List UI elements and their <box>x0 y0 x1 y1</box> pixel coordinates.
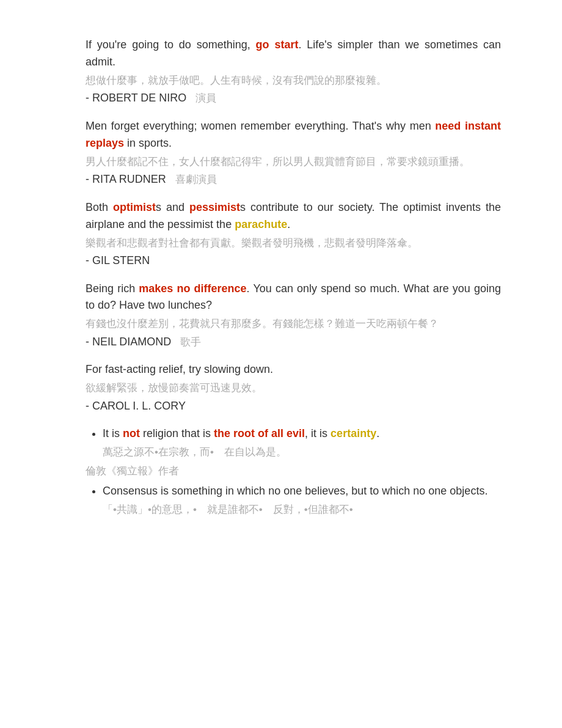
author-robert-de-niro: - ROBERT DE NIRO 演員 <box>86 90 501 107</box>
author-neil-diamond: - NEIL DIAMOND 歌手 <box>86 334 501 351</box>
author-certainty-chinese: 倫敦《獨立報》作者 <box>86 464 501 478</box>
quote-rita-rudner: Men forget everything; women remember ev… <box>86 118 501 188</box>
quote-neil-diamond-english: Being rich makes no difference. You can … <box>86 281 501 315</box>
highlight-makes-no-difference: makes no difference <box>139 282 246 295</box>
highlight-parachute: parachute <box>235 218 287 230</box>
main-content: If you're going to do something, go star… <box>86 37 501 518</box>
quote-carol-cory-chinese: 欲緩解緊張，放慢節奏當可迅速見效。 <box>86 380 501 396</box>
quote-gil-stern-english: Both optimists and pessimists contribute… <box>86 199 501 233</box>
bullet-certainty-chinese: 萬惡之源不•在宗教，而• 在自以為是。 <box>103 444 501 460</box>
highlight-not: not <box>123 427 140 439</box>
author-carol-cory: - CAROL I. L. CORY <box>86 398 501 415</box>
quote-rita-rudner-chinese: 男人什麼都記不住，女人什麼都記得牢，所以男人觀賞體育節目，常要求鏡頭重播。 <box>86 153 501 170</box>
highlight-need-instant-replays: need instant replays <box>86 120 501 149</box>
quote-neil-diamond: Being rich makes no difference. You can … <box>86 281 501 351</box>
highlight-go-start: go start <box>256 39 299 51</box>
quote-gil-stern-chinese: 樂觀者和悲觀者對社會都有貢獻。樂觀者發明飛機，悲觀者發明降落傘。 <box>86 235 501 251</box>
author-gil-stern: - GIL STERN <box>86 252 501 270</box>
quote-carol-cory: For fast-acting relief, try slowing down… <box>86 361 501 414</box>
bullet-certainty: It is not religion that is the root of a… <box>103 425 501 460</box>
quote-gil-stern: Both optimists and pessimists contribute… <box>86 199 501 270</box>
quote-robert-de-niro: If you're going to do something, go star… <box>86 37 501 107</box>
quote-neil-diamond-chinese: 有錢也沒什麼差別，花費就只有那麼多。有錢能怎樣？難道一天吃兩頓午餐？ <box>86 315 501 332</box>
highlight-root-of-all-evil: the root of all evil <box>214 427 305 439</box>
author-rita-rudner-chinese: 喜劇演員 <box>175 174 217 185</box>
bullet-list-2: Consensus is something in which no one b… <box>86 483 501 518</box>
author-robert-de-niro-chinese: 演員 <box>195 92 216 104</box>
highlight-pessimist: pessimist <box>189 201 240 213</box>
quote-robert-de-niro-chinese: 想做什麼事，就放手做吧。人生有時候，沒有我們說的那麼複雜。 <box>86 72 501 89</box>
author-rita-rudner: - RITA RUDNER 喜劇演員 <box>86 171 501 188</box>
highlight-optimist: optimist <box>113 201 156 213</box>
quote-carol-cory-english: For fast-acting relief, try slowing down… <box>86 361 501 378</box>
quote-rita-rudner-english: Men forget everything; women remember ev… <box>86 118 501 152</box>
bullet-list: It is not religion that is the root of a… <box>86 425 501 460</box>
author-neil-diamond-chinese: 歌手 <box>180 336 201 348</box>
bullet-consensus-chinese: 「•共識」•的意思，• 就是誰都不• 反對，•但誰都不• <box>103 501 501 518</box>
quote-robert-de-niro-english: If you're going to do something, go star… <box>86 37 501 71</box>
bullet-consensus: Consensus is something in which no one b… <box>103 483 501 518</box>
highlight-certainty: certainty <box>330 427 376 439</box>
